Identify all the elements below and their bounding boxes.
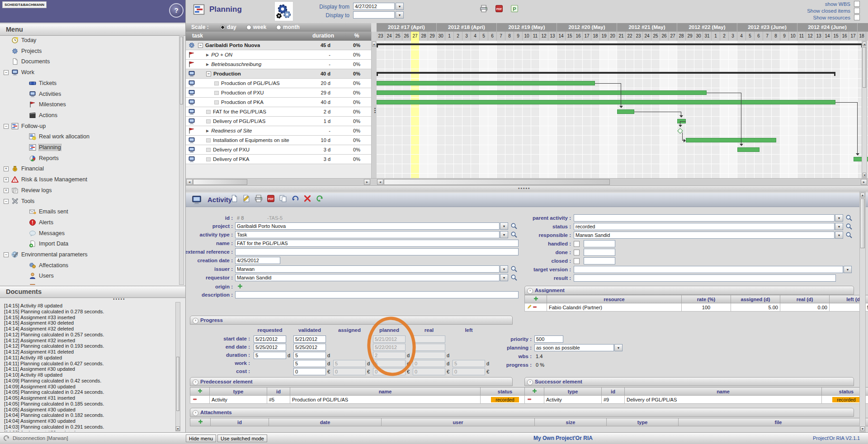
- task-row[interactable]: ▶Readiness of Site-0%: [186, 126, 371, 136]
- sidebar-item-review-logs[interactable]: +Review logs: [0, 185, 177, 195]
- gantt-summary-bar[interactable]: [377, 43, 863, 45]
- progress-duration-real-input[interactable]: [413, 352, 445, 359]
- task-row[interactable]: Production of PXU29 d0%: [186, 88, 371, 98]
- attachments-add-icon[interactable]: [190, 418, 211, 426]
- sidebar-item-emails-sent[interactable]: Emails sent: [0, 207, 177, 217]
- progress-cost-planned-input[interactable]: 0: [373, 368, 406, 375]
- msproject-export-icon[interactable]: P: [509, 5, 519, 14]
- successor-row[interactable]: Activity#9Delivery of PGL/PL/ASrecorded: [525, 396, 868, 404]
- expander-expand-icon[interactable]: +: [4, 188, 9, 193]
- attachments-section-header[interactable]: ›Attachments: [190, 408, 854, 417]
- progress-cost-real-input[interactable]: 0: [413, 368, 445, 375]
- sidebar-item-environmental-parameters[interactable]: −Environmental parameters: [0, 250, 177, 260]
- documents-panel-header[interactable]: Documents: [0, 286, 185, 298]
- progress-work-validated-input[interactable]: 5: [293, 360, 326, 367]
- gantt-task-bar[interactable]: [617, 109, 634, 114]
- handled-date-input[interactable]: [584, 240, 615, 247]
- requestor-combo-dropdown[interactable]: ▼: [500, 274, 508, 281]
- task-row[interactable]: Production of PGL/PL/AS20 d0%: [186, 79, 371, 88]
- activity-vscrollbar[interactable]: ▲ ▼: [859, 192, 866, 432]
- pdf-export-icon[interactable]: PDF: [494, 5, 504, 14]
- task-expander-icon[interactable]: −: [198, 43, 203, 48]
- assignment-add-icon[interactable]: [525, 295, 547, 303]
- project-combo-dropdown[interactable]: ▼: [500, 222, 508, 230]
- done-checkbox[interactable]: [574, 250, 580, 255]
- copy-icon[interactable]: [278, 194, 288, 203]
- sidebar-item-messages[interactable]: Messages: [0, 228, 177, 238]
- task-row[interactable]: ▶PO + ON-0%: [186, 50, 371, 60]
- magnifier-icon[interactable]: [845, 231, 853, 239]
- sidebar-item-activities[interactable]: Activities: [0, 89, 177, 99]
- sidebar-item-users[interactable]: Users: [0, 271, 177, 281]
- sidebar-item-planning[interactable]: Planning: [0, 142, 177, 152]
- sidebar-item-risk-issue-management[interactable]: +!Risk & Issue Management: [0, 175, 177, 184]
- requestor-combo[interactable]: Marwan Sandid: [235, 274, 500, 281]
- option-checkbox-2[interactable]: [854, 14, 860, 20]
- task-row[interactable]: Production of PKA40 d0%: [186, 98, 371, 107]
- sidebar-item-real-work-allocation[interactable]: Real work allocation: [0, 132, 177, 142]
- task-row[interactable]: FAT for the PGL/PL/AS2 d0%: [186, 107, 371, 117]
- task-hscroll-left[interactable]: ◄: [186, 179, 193, 185]
- responsible-combo[interactable]: Marwan Sandid: [574, 231, 835, 239]
- magnifier-icon[interactable]: [510, 274, 518, 281]
- sidebar-item-affectations[interactable]: Affectations: [0, 260, 177, 270]
- task-row[interactable]: ▶Betriebsauschreibung-0%: [186, 60, 371, 69]
- scale-radio-week[interactable]: week: [246, 24, 266, 30]
- magnifier-icon[interactable]: [510, 231, 518, 238]
- sidebar-item-actions[interactable]: Actions: [0, 110, 177, 120]
- progress-enddate-requested-input[interactable]: 5/25/2012: [254, 344, 286, 351]
- option-checkbox-1[interactable]: [854, 8, 860, 14]
- external-reference-input[interactable]: [235, 248, 519, 255]
- task-row[interactable]: Delivery of PXU3 d0%: [186, 145, 371, 155]
- progress-work-left-input[interactable]: 5: [453, 360, 485, 367]
- scale-radio-month[interactable]: month: [276, 24, 300, 30]
- progress-cost-left-input[interactable]: 0: [453, 368, 485, 375]
- task-row[interactable]: Delivery of PKA3 d0%: [186, 155, 371, 164]
- sidebar-item-partial[interactable]: [0, 282, 177, 285]
- pdf-icon[interactable]: PDF: [266, 194, 276, 203]
- progress-cost-assigned-input[interactable]: 0: [333, 368, 366, 375]
- sidebar-item-financial[interactable]: +$Financial: [0, 164, 177, 174]
- handled-checkbox[interactable]: [574, 241, 580, 247]
- display-to-input[interactable]: [353, 11, 395, 19]
- magnifier-icon[interactable]: [845, 214, 853, 222]
- delete-icon[interactable]: [302, 194, 312, 203]
- magnifier-icon[interactable]: [845, 223, 853, 230]
- creation-date-input[interactable]: 4/25/2012: [235, 257, 280, 264]
- panel-splitter-handle[interactable]: •••••: [113, 297, 126, 302]
- activity-type-combo[interactable]: Task: [235, 231, 500, 238]
- print-icon[interactable]: [479, 5, 489, 14]
- name-input[interactable]: FAT for the PGL/PL/AS: [235, 240, 519, 247]
- magnifier-icon[interactable]: [510, 265, 518, 273]
- progress-startdate-planned-input[interactable]: 5/21/2012: [373, 335, 406, 343]
- gantt-task-bar[interactable]: [737, 147, 760, 152]
- task-row[interactable]: −Garibaldi Porto Nuova45 d0%: [186, 41, 371, 50]
- refresh-icon[interactable]: [315, 194, 325, 203]
- task-row[interactable]: −Production40 d0%: [186, 69, 371, 79]
- status-combo[interactable]: recorded: [574, 223, 835, 230]
- target-version-dropdown[interactable]: ▼: [844, 266, 852, 273]
- closed-date-input[interactable]: [584, 257, 615, 265]
- sidebar-item-tickets[interactable]: Tickets: [0, 78, 177, 88]
- progress-duration-validated-input[interactable]: 5: [293, 352, 326, 359]
- priority-input[interactable]: 500: [534, 335, 563, 343]
- sidebar-item-projects[interactable]: Projects: [0, 46, 177, 56]
- edit-icon[interactable]: [241, 194, 251, 203]
- origin-add-icon[interactable]: [237, 283, 244, 290]
- sidebar-item-milestones[interactable]: Milestones: [0, 99, 177, 109]
- assignment-row[interactable]: Fabio Calandri (Partner)1005.000.005.00: [525, 303, 868, 312]
- progress-startdate-requested-input[interactable]: 5/21/2012: [254, 335, 286, 343]
- magnifier-icon[interactable]: [510, 222, 518, 230]
- progress-duration-requested-input[interactable]: 5: [254, 352, 286, 359]
- task-row[interactable]: Installation of Equipments on site10 d0%: [186, 136, 371, 145]
- predecessor-add-icon[interactable]: [190, 387, 210, 396]
- progress-work-real-input[interactable]: 0: [413, 360, 445, 367]
- progress-enddate-validated-input[interactable]: 5/25/2012: [293, 344, 326, 351]
- done-date-input[interactable]: [584, 249, 615, 256]
- progress-work-assigned-input[interactable]: 5: [333, 360, 366, 367]
- sidebar-item-today[interactable]: Today: [0, 35, 177, 45]
- hide-menu-button[interactable]: Hide menu: [186, 435, 216, 442]
- gantt-chart[interactable]: [377, 41, 868, 178]
- progress-enddate-planned-input[interactable]: 5/22/2012: [373, 344, 406, 351]
- target-version-combo[interactable]: [574, 266, 843, 273]
